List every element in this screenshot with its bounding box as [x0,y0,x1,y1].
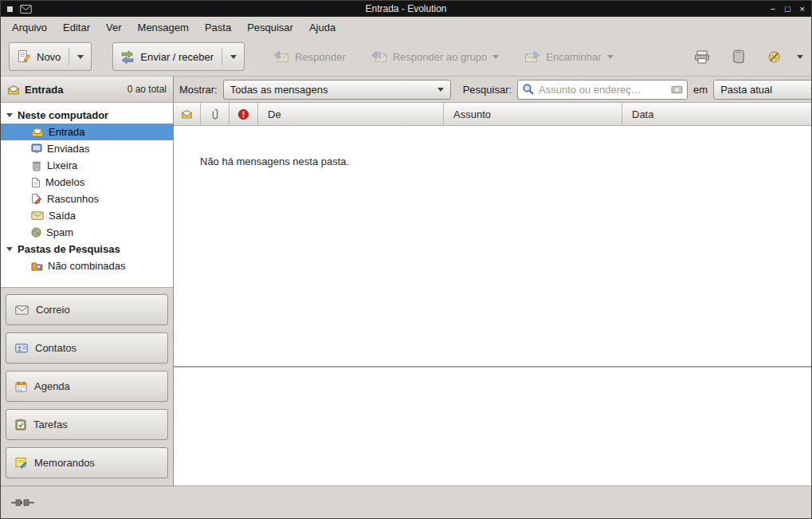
menu-pesquisar[interactable]: Pesquisar [239,18,301,37]
sidebar-item-saida[interactable]: Saída [1,207,173,224]
message-list[interactable]: Não há mensagens nesta pasta. [174,126,811,366]
expander-icon[interactable] [6,113,13,117]
switcher-label: Memorandos [34,457,95,469]
sidebar-item-modelos[interactable]: Modelos [1,174,173,191]
responder-button[interactable]: Responder [265,45,354,69]
sidebar: Neste computador Entrada Enviadas Lixeir… [1,103,174,486]
menu-editar[interactable]: Editar [55,18,98,37]
responder-ao-grupo-button[interactable]: Responder ao grupo [363,45,508,69]
mostrar-label: Mostrar: [179,84,218,96]
folder-message-count: 0 ao total [127,84,167,95]
sidebar-item-enviadas[interactable]: Enviadas [1,140,173,157]
drafts-icon [31,193,42,205]
responder-label: Responder [295,51,346,63]
message-filter-arrow-icon [437,88,444,92]
maximize-button[interactable]: □ [785,4,790,14]
templates-icon [31,177,41,188]
column-data[interactable]: Data [622,103,811,125]
novo-label: Novo [37,51,61,63]
search-scope-dropdown[interactable]: Pasta atual [713,80,812,100]
sidebar-item-nao-combinadas[interactable]: Não combinadas [1,258,173,274]
sidebar-group-neste-computador[interactable]: Neste computador [1,107,173,124]
novo-button[interactable]: Novo [9,42,92,71]
paperclip-icon [211,108,219,120]
menu-ver[interactable]: Ver [98,18,130,37]
trash-button[interactable] [726,43,751,70]
switcher-tarefas-button[interactable]: Tarefas [6,409,168,440]
search-input[interactable] [539,84,667,96]
column-attachment[interactable] [201,103,229,125]
empty-folder-message: Não há mensagens nesta pasta. [174,126,811,167]
reply-all-icon [371,50,387,63]
filter-row: Entrada 0 ao total Mostrar: Todas as men… [1,77,811,103]
enviar-receber-label: Enviar / receber [140,51,214,63]
folder-label: Não combinadas [48,260,126,272]
forward-icon [524,50,540,63]
folder-label: Spam [46,226,73,238]
mail-icon [15,305,29,315]
new-message-icon [17,49,31,64]
folder-tree[interactable]: Neste computador Entrada Enviadas Lixeir… [1,103,173,287]
switcher-label: Contatos [35,342,76,354]
filter-controls: Mostrar: Todas as mensagens Pesquisar: e… [174,77,812,102]
minimize-button[interactable]: − [770,4,775,14]
responder-ao-grupo-dropdown-arrow-icon[interactable] [492,55,499,59]
column-de[interactable]: De [258,103,444,125]
sidebar-item-entrada[interactable]: Entrada [1,124,173,140]
statusbar [1,486,811,518]
menu-arquivo[interactable]: Arquivo [4,18,55,37]
junk-button[interactable] [761,44,787,70]
switcher-memorandos-button[interactable]: Memorandos [6,447,168,478]
current-folder-name: Entrada [25,84,63,96]
titlebar-left [7,5,111,14]
pesquisar-label: Pesquisar: [463,84,512,96]
switcher-agenda-button[interactable]: Agenda [6,371,168,402]
message-filter-value: Todas as mensagens [230,84,328,96]
column-data-label: Data [632,108,653,120]
toolbar-overflow-arrow-icon[interactable] [797,55,803,59]
column-priority[interactable] [229,103,258,125]
trash-folder-icon [31,160,42,171]
tasks-icon [15,419,26,431]
search-icon[interactable] [522,83,535,96]
group-label: Pastas de Pesquisas [18,243,120,255]
sidebar-item-lixeira[interactable]: Lixeira [1,157,173,174]
expander-icon[interactable] [6,247,13,251]
sidebar-item-spam[interactable]: Spam [1,224,173,241]
encaminhar-label: Encaminhar [546,51,601,63]
sidebar-item-rascunhos[interactable]: Rascunhos [1,191,173,207]
folder-label: Lixeira [47,159,77,171]
online-status-button[interactable] [9,495,39,510]
send-receive-icon [120,49,135,64]
novo-split-separator [69,48,69,65]
folder-label: Rascunhos [47,193,99,205]
column-status[interactable] [174,103,201,125]
calendar-icon [15,381,27,392]
evolution-window: Entrada - Evolution − □ × Arquivo Editar… [0,0,812,519]
reply-icon [273,50,289,63]
enviar-receber-button[interactable]: Enviar / receber [112,42,245,71]
close-button[interactable]: × [800,4,805,14]
preview-pane [174,368,811,486]
switcher-correio-button[interactable]: Correio [6,294,168,325]
printer-icon [694,50,710,64]
enviar-receber-dropdown-arrow-icon[interactable] [230,55,237,59]
menu-pasta[interactable]: Pasta [197,18,239,37]
encaminhar-button[interactable]: Encaminhar [516,45,621,69]
column-assunto[interactable]: Assunto [444,103,622,125]
clear-search-icon[interactable] [671,84,683,96]
novo-dropdown-arrow-icon[interactable] [77,55,84,59]
window-controls: − □ × [701,4,805,14]
toolbar: Novo Enviar / receber Responder Responde… [1,37,811,77]
menu-mensagem[interactable]: Mensagem [130,18,197,37]
sent-icon [31,144,42,154]
window-menu-icon[interactable] [7,6,13,12]
message-filter-dropdown[interactable]: Todas as mensagens [223,80,451,100]
switcher-contatos-button[interactable]: Contatos [6,332,168,364]
print-button[interactable] [688,44,716,70]
responder-ao-grupo-label: Responder ao grupo [393,51,488,63]
memos-icon [15,457,27,469]
sidebar-group-pastas-de-pesquisas[interactable]: Pastas de Pesquisas [1,241,173,258]
menu-ajuda[interactable]: Ajuda [301,18,343,37]
encaminhar-dropdown-arrow-icon[interactable] [607,55,614,59]
